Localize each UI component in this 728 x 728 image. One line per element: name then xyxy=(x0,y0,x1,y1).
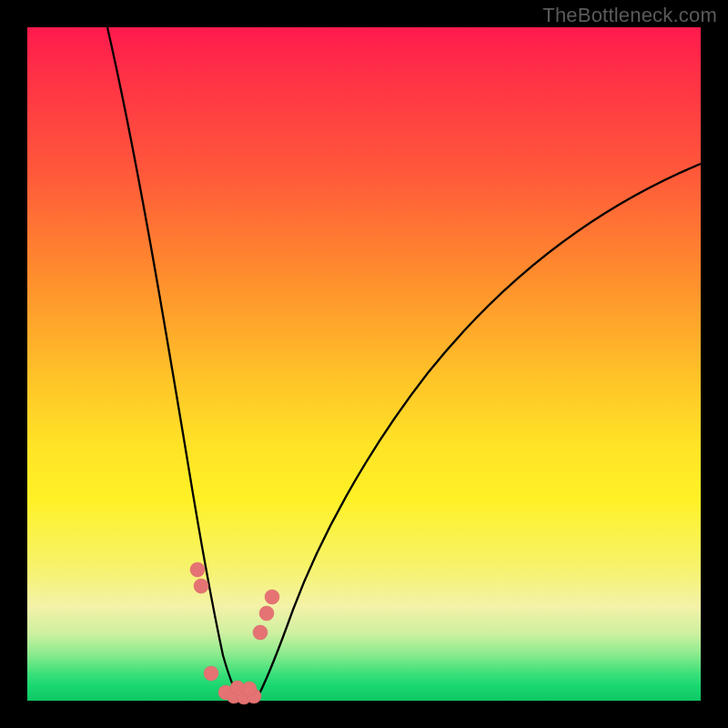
svg-point-1 xyxy=(194,579,208,593)
left-curve xyxy=(107,27,240,699)
svg-point-10 xyxy=(259,606,274,621)
svg-point-11 xyxy=(265,590,279,604)
chart-svg xyxy=(27,27,701,701)
threshold-markers xyxy=(190,562,279,704)
svg-point-2 xyxy=(204,666,218,681)
watermark-text: TheBottleneck.com xyxy=(542,4,717,27)
svg-point-8 xyxy=(242,682,257,696)
svg-point-9 xyxy=(253,625,268,640)
chart-frame: TheBottleneck.com xyxy=(0,0,728,728)
right-curve xyxy=(257,164,701,699)
svg-point-0 xyxy=(190,562,205,577)
